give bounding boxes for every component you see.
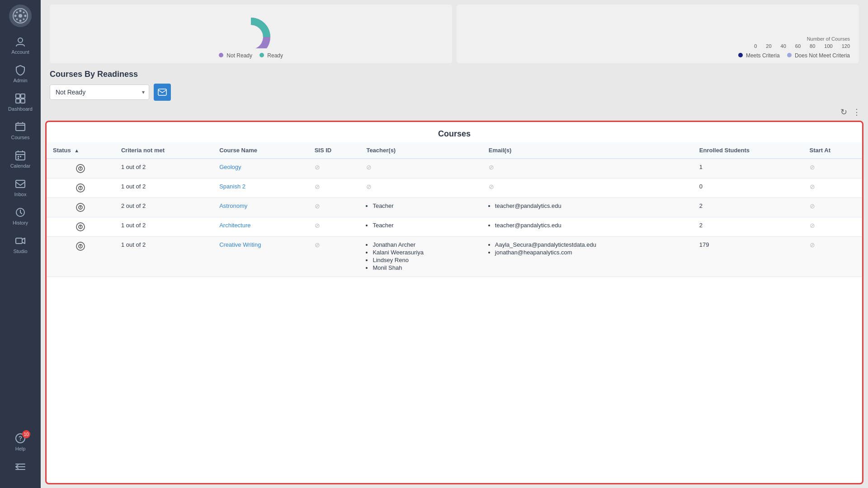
table-scroll-area[interactable]: Status ▲ Criteria not met Course Name SI… bbox=[47, 142, 862, 483]
cell-course-name[interactable]: Architecture bbox=[213, 217, 308, 237]
sidebar-item-calendar[interactable]: Calendar bbox=[0, 145, 41, 173]
refresh-icon[interactable]: ↻ bbox=[840, 107, 847, 117]
cell-emails: teacher@pandalytics.edu bbox=[482, 198, 693, 217]
cell-sis-id: ⊘ bbox=[308, 237, 360, 277]
status-warning-icon: ! bbox=[53, 222, 108, 232]
sidebar-item-studio[interactable]: Studio bbox=[0, 230, 41, 258]
svg-text:!: ! bbox=[80, 224, 81, 230]
x-tick: 60 bbox=[795, 43, 801, 49]
col-header-start-at: Start At bbox=[803, 142, 862, 159]
course-name-link[interactable]: Geology bbox=[219, 164, 241, 170]
col-header-sis-id: SIS ID bbox=[308, 142, 360, 159]
svg-rect-15 bbox=[16, 123, 25, 131]
svg-rect-17 bbox=[18, 156, 19, 157]
ready-legend: Ready bbox=[259, 52, 283, 59]
svg-point-1 bbox=[19, 14, 22, 18]
svg-point-7 bbox=[23, 19, 25, 20]
teacher-item: Lindsey Reno bbox=[373, 257, 476, 263]
email-item: Aayla_Secura@pandalytictestdata.edu bbox=[495, 241, 687, 248]
svg-text:!: ! bbox=[80, 185, 81, 192]
status-warning-icon: ! bbox=[53, 164, 108, 174]
teachers-null-icon: ⊘ bbox=[366, 164, 372, 171]
cell-criteria: 1 out of 2 bbox=[115, 159, 213, 178]
sidebar-item-help[interactable]: ? 10 Help bbox=[0, 427, 41, 456]
sidebar-bottom: ? 10 Help bbox=[0, 427, 41, 483]
bar-chart-legend: Meets Criteria Does Not Meet Criteria bbox=[738, 52, 850, 59]
status-warning-icon: ! bbox=[53, 202, 108, 212]
sidebar-item-courses-label: Courses bbox=[11, 135, 30, 140]
start-at-null-icon: ⊘ bbox=[810, 183, 815, 190]
sidebar-item-admin-label: Admin bbox=[13, 78, 27, 83]
sidebar-item-collapse[interactable] bbox=[0, 456, 41, 479]
studio-icon bbox=[14, 235, 27, 247]
cell-emails: Aayla_Secura@pandalytictestdata.edujonat… bbox=[482, 237, 693, 277]
sidebar-item-admin[interactable]: Admin bbox=[0, 59, 41, 88]
filter-row: Not Ready Ready ▾ bbox=[50, 84, 859, 101]
svg-rect-14 bbox=[21, 99, 25, 103]
svg-text:?: ? bbox=[19, 435, 23, 442]
table-row: ! 1 out of 2Architecture⊘Teacherteacher@… bbox=[47, 217, 862, 237]
col-header-status[interactable]: Status ▲ bbox=[47, 142, 115, 159]
cell-course-name[interactable]: Spanish 2 bbox=[213, 178, 308, 198]
cell-course-name[interactable]: Geology bbox=[213, 159, 308, 178]
status-warning-icon: ! bbox=[53, 241, 108, 251]
cell-teachers: Teacher bbox=[360, 217, 482, 237]
cell-teachers: ⊘ bbox=[360, 159, 482, 178]
cell-emails: teacher@pandalytics.edu bbox=[482, 217, 693, 237]
table-row: ! 1 out of 2Creative Writing⊘Jonathan Ar… bbox=[47, 237, 862, 277]
table-body: ! 1 out of 2Geology⊘⊘⊘1⊘ ! 1 out of 2Spa… bbox=[47, 159, 862, 277]
cell-teachers: Jonathan ArcherKalani WeerasuriyaLindsey… bbox=[360, 237, 482, 277]
course-name-link[interactable]: Astronomy bbox=[219, 202, 247, 209]
col-header-enrolled: Enrolled Students bbox=[693, 142, 803, 159]
svg-rect-22 bbox=[16, 238, 22, 244]
cell-sis-id: ⊘ bbox=[308, 159, 360, 178]
svg-point-9 bbox=[16, 19, 18, 20]
sis-id-null-icon: ⊘ bbox=[315, 222, 320, 229]
sidebar-item-courses[interactable]: Courses bbox=[0, 116, 41, 145]
sidebar-item-history-label: History bbox=[13, 220, 28, 225]
not-ready-legend: Not Ready bbox=[219, 52, 252, 59]
table-row: ! 1 out of 2Spanish 2⊘⊘⊘0⊘ bbox=[47, 178, 862, 198]
cell-start-at: ⊘ bbox=[803, 159, 862, 178]
course-name-link[interactable]: Architecture bbox=[219, 222, 250, 229]
courses-table: Status ▲ Criteria not met Course Name SI… bbox=[47, 142, 862, 277]
email-button[interactable] bbox=[154, 84, 171, 101]
svg-point-6 bbox=[16, 12, 18, 14]
emails-null-icon: ⊘ bbox=[489, 183, 494, 190]
cell-status: ! bbox=[47, 198, 115, 217]
svg-rect-18 bbox=[20, 156, 21, 157]
teacher-item: Teacher bbox=[373, 202, 476, 209]
svg-rect-12 bbox=[21, 94, 25, 98]
inbox-icon bbox=[14, 178, 27, 190]
cell-criteria: 1 out of 2 bbox=[115, 178, 213, 198]
cell-course-name[interactable]: Creative Writing bbox=[213, 237, 308, 277]
more-options-icon[interactable]: ⋮ bbox=[853, 107, 861, 117]
donut-legend: Not Ready Ready bbox=[219, 52, 283, 59]
sidebar-item-calendar-label: Calendar bbox=[10, 163, 31, 169]
email-item: teacher@pandalytics.edu bbox=[495, 222, 687, 229]
cell-emails: ⊘ bbox=[482, 178, 693, 198]
sidebar-item-account[interactable]: Account bbox=[0, 31, 41, 59]
charts-section: Not Ready Ready Number of Courses 0 20 4… bbox=[41, 0, 868, 63]
svg-rect-20 bbox=[16, 180, 25, 188]
course-name-link[interactable]: Creative Writing bbox=[219, 241, 261, 248]
sidebar-item-inbox[interactable]: Inbox bbox=[0, 173, 41, 202]
collapse-icon bbox=[14, 460, 27, 473]
cell-course-name[interactable]: Astronomy bbox=[213, 198, 308, 217]
x-tick: 100 bbox=[824, 43, 832, 49]
sidebar: Account Admin Dashboard bbox=[0, 0, 41, 488]
svg-text:!: ! bbox=[80, 243, 81, 250]
course-name-link[interactable]: Spanish 2 bbox=[219, 183, 245, 190]
svg-point-4 bbox=[14, 15, 17, 17]
account-icon bbox=[14, 35, 27, 48]
teacher-item: Kalani Weerasuriya bbox=[373, 249, 476, 256]
sidebar-item-history[interactable]: History bbox=[0, 202, 41, 230]
cell-enrolled: 1 bbox=[693, 159, 803, 178]
start-at-null-icon: ⊘ bbox=[810, 164, 815, 171]
cell-start-at: ⊘ bbox=[803, 217, 862, 237]
sidebar-item-dashboard-label: Dashboard bbox=[8, 106, 33, 112]
app-logo[interactable] bbox=[9, 5, 32, 27]
readiness-filter-select[interactable]: Not Ready Ready bbox=[50, 84, 149, 100]
criteria-bar-chart: Number of Courses 0 20 40 60 80 100 120 … bbox=[457, 5, 859, 63]
sidebar-item-dashboard[interactable]: Dashboard bbox=[0, 88, 41, 116]
